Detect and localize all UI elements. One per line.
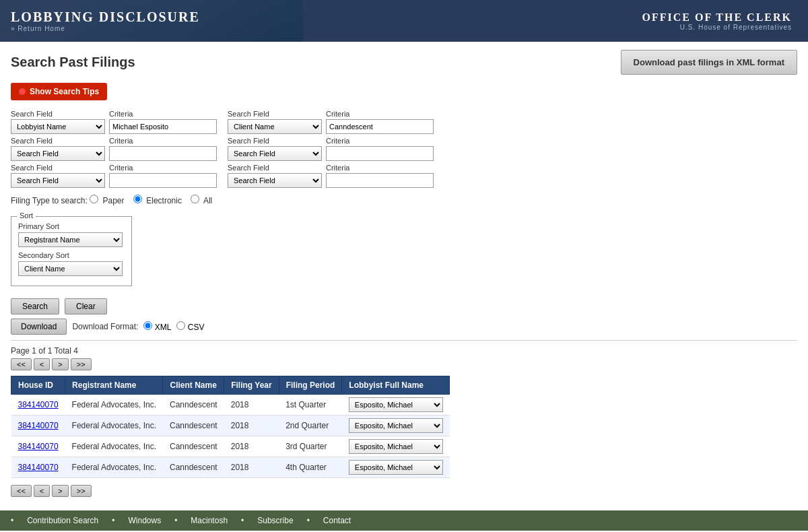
pagination-buttons-bottom: << < > >> (11, 485, 797, 497)
primary-sort-label: Primary Sort (18, 222, 125, 230)
house-id-link[interactable]: 384140070 (18, 421, 59, 430)
header-right: Office of the Clerk U.S. House of Repres… (303, 0, 808, 42)
criteria-input-3[interactable] (326, 119, 434, 134)
search-field-label-6: Search Field (228, 164, 322, 172)
download-row: Download Download Format: XML CSV (11, 319, 797, 335)
page-title: Search Past Filings (11, 55, 135, 70)
footer-link-windows[interactable]: Windows (128, 516, 161, 525)
clear-button[interactable]: Clear (65, 298, 107, 314)
lobbyist-select[interactable]: Esposito, Michael (349, 397, 443, 412)
search-field-label-2: Search Field (11, 137, 105, 145)
criteria-label-5: Criteria (109, 164, 217, 172)
filing-type-all-label[interactable]: All (191, 196, 212, 205)
lobbyist-select[interactable]: Esposito, Michael (349, 439, 443, 454)
criteria-col-2: Criteria (109, 135, 228, 162)
search-field-select-6[interactable]: Search Field (228, 173, 322, 188)
search-field-label-5: Search Field (11, 164, 105, 172)
criteria-col-6: Criteria (326, 162, 434, 189)
page-header: Search Past Filings Download past filing… (11, 50, 797, 75)
format-xml-label[interactable]: XML (143, 321, 171, 332)
format-xml-radio[interactable] (143, 321, 152, 330)
cell-house-id: 384140070 (11, 395, 65, 415)
main-content: Search Past Filings Download past filing… (0, 42, 808, 510)
page-next-button-bottom[interactable]: > (52, 485, 68, 497)
cell-house-id: 384140070 (11, 457, 65, 478)
office-title: Office of the Clerk (642, 11, 792, 24)
cell-filing-period: 1st Quarter (279, 395, 342, 415)
col-registrant-name: Registrant Name (65, 376, 163, 395)
filing-type-electronic-label[interactable]: Electronic (133, 196, 184, 205)
table-row: 384140070Federal Advocates, Inc.Canndesc… (11, 436, 450, 457)
secondary-sort-select[interactable]: Client Name Registrant Name Filing Year … (18, 261, 123, 276)
footer-bullet-1: • (11, 516, 13, 525)
search-tips-label: Show Search Tips (30, 87, 99, 96)
cell-house-id: 384140070 (11, 436, 65, 457)
search-field-select-2[interactable]: Search Field (11, 146, 105, 161)
criteria-input-5[interactable] (109, 173, 217, 188)
criteria-col-3: Criteria (326, 108, 434, 135)
house-id-link[interactable]: 384140070 (18, 400, 59, 409)
cell-filing-year: 2018 (224, 436, 279, 457)
page-first-button-bottom[interactable]: << (11, 485, 32, 497)
criteria-input-4[interactable] (326, 146, 434, 161)
criteria-col-5: Criteria (109, 162, 228, 189)
table-row: 384140070Federal Advocates, Inc.Canndesc… (11, 457, 450, 478)
search-field-select-1[interactable]: Lobbyist Name (11, 119, 105, 134)
cell-client-name: Canndescent (163, 436, 224, 457)
criteria-input-6[interactable] (326, 173, 434, 188)
lobbyist-select[interactable]: Esposito, Michael (349, 460, 443, 475)
criteria-input-1[interactable] (109, 119, 217, 134)
return-home-link[interactable]: » Return Home (11, 25, 292, 32)
download-xml-button[interactable]: Download past filings in XML format (621, 50, 797, 75)
search-col-5-label: Search Field Search Field (11, 162, 109, 189)
criteria-label-3: Criteria (326, 110, 434, 118)
table-header-row: House ID Registrant Name Client Name Fil… (11, 376, 450, 395)
page-prev-button-bottom[interactable]: < (34, 485, 50, 497)
filing-type-paper-label[interactable]: Paper (90, 196, 127, 205)
house-id-link[interactable]: 384140070 (18, 463, 59, 472)
cell-filing-year: 2018 (224, 395, 279, 415)
pagination-info: Page 1 of 1 Total 4 (11, 346, 797, 356)
cell-lobbyist-name: Esposito, Michael (342, 415, 450, 436)
search-row-3: Search Field Search Field Criteria Searc… (11, 162, 434, 189)
primary-sort-select[interactable]: Registrant Name Client Name Filing Year … (18, 232, 123, 247)
pagination-buttons-top: << < > >> (11, 358, 797, 370)
cell-filing-period: 3rd Quarter (279, 436, 342, 457)
filing-type-all-radio[interactable] (191, 195, 199, 203)
footer-link-macintosh[interactable]: Macintosh (191, 516, 228, 525)
search-field-select-5[interactable]: Search Field (11, 173, 105, 188)
download-button[interactable]: Download (11, 319, 67, 335)
col-client-name: Client Name (163, 376, 224, 395)
footer-link-subscribe[interactable]: Subscribe (257, 516, 293, 525)
criteria-label-2: Criteria (109, 137, 217, 145)
criteria-label-1: Criteria (109, 110, 217, 118)
search-field-select-4[interactable]: Search Field (228, 146, 322, 161)
format-csv-label[interactable]: CSV (176, 321, 204, 332)
search-tips-button[interactable]: Show Search Tips (11, 83, 107, 100)
filing-type-row: Filing Type to search: Paper Electronic … (11, 195, 797, 205)
footer-link-contact[interactable]: Contact (323, 516, 351, 525)
lobbyist-select[interactable]: Esposito, Michael (349, 418, 443, 433)
footer-bullet-5: • (307, 516, 310, 525)
footer-nav: • Contribution Search • Windows • Macint… (0, 510, 808, 531)
page-last-button[interactable]: >> (71, 358, 92, 370)
search-field-select-3[interactable]: Client Name (228, 119, 322, 134)
criteria-input-2[interactable] (109, 146, 217, 161)
criteria-col-1: Criteria (109, 108, 228, 135)
search-tips-dot-icon (19, 88, 26, 95)
page-next-button[interactable]: > (52, 358, 68, 370)
filing-type-electronic-radio[interactable] (133, 195, 142, 203)
search-button[interactable]: Search (11, 298, 59, 314)
page-first-button[interactable]: << (11, 358, 32, 370)
format-csv-radio[interactable] (176, 321, 185, 330)
col-filing-year: Filing Year (224, 376, 279, 395)
search-field-label-4: Search Field (228, 137, 322, 145)
footer-link-contribution[interactable]: Contribution Search (27, 516, 98, 525)
house-id-link[interactable]: 384140070 (18, 442, 59, 451)
page-last-button-bottom[interactable]: >> (71, 485, 92, 497)
cell-filing-year: 2018 (224, 415, 279, 436)
filing-type-paper-radio[interactable] (90, 195, 98, 203)
search-row-1: Search Field Lobbyist Name Criteria Sear… (11, 108, 434, 135)
page-prev-button[interactable]: < (34, 358, 50, 370)
search-col-4-label: Search Field Search Field (228, 135, 326, 162)
